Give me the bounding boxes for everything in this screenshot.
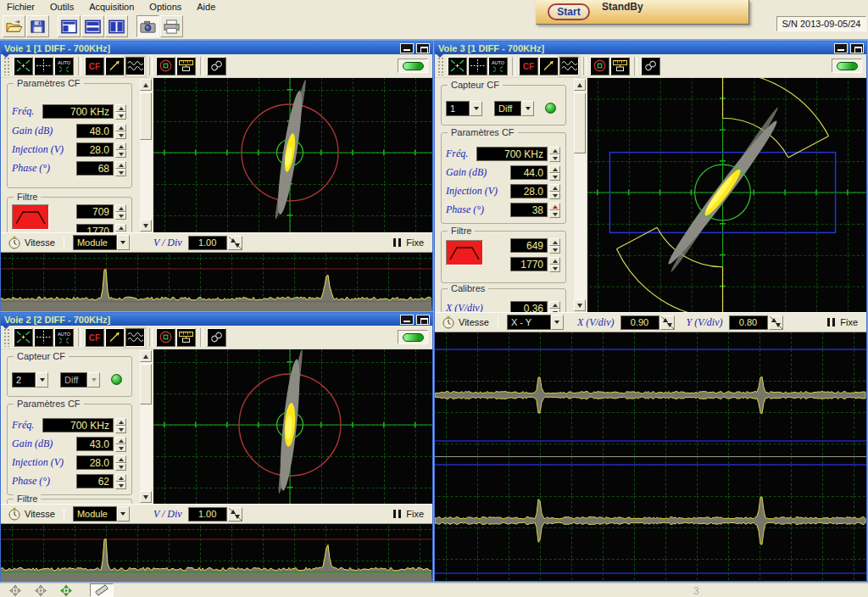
- scroll-up-arrow[interactable]: [140, 79, 152, 91]
- injection-spinner[interactable]: [115, 455, 126, 471]
- panel-scrollbar[interactable]: [140, 350, 152, 503]
- waveform-display-button[interactable]: [125, 328, 145, 347]
- auto-scale-button[interactable]: AUTO: [54, 328, 74, 347]
- freq-value[interactable]: 700 KHz: [42, 104, 114, 119]
- filter-high-value[interactable]: 1770: [510, 257, 548, 271]
- panel-scrollbar[interactable]: [574, 79, 586, 311]
- xdiv-spinner[interactable]: [660, 315, 675, 330]
- freq-spinner[interactable]: [549, 147, 560, 162]
- menu-fichier[interactable]: Fichier: [0, 1, 43, 14]
- ydiv-value[interactable]: 0.80: [729, 315, 768, 330]
- vdiv-value[interactable]: 1.00: [188, 236, 227, 250]
- layout-vertical-button[interactable]: [105, 15, 128, 37]
- gain-value[interactable]: 48.0: [76, 124, 114, 138]
- calibre-x-spinner[interactable]: [549, 301, 560, 312]
- threshold-gate-button[interactable]: [176, 328, 196, 347]
- phase-spinner[interactable]: [115, 161, 126, 176]
- restore-button[interactable]: [850, 43, 864, 53]
- layout-horizontal-button[interactable]: [81, 15, 104, 37]
- chevron-down-icon[interactable]: [117, 235, 130, 250]
- chevron-down-icon[interactable]: [117, 506, 130, 522]
- injection-value[interactable]: 28.0: [510, 184, 548, 198]
- phase-spinner[interactable]: [115, 474, 126, 489]
- toolbar-grip[interactable]: [3, 57, 10, 75]
- chevron-down-icon[interactable]: [87, 372, 100, 388]
- gain-spinner[interactable]: [115, 437, 126, 452]
- coupling-select-dropdown[interactable]: Diff: [60, 372, 100, 388]
- threshold-gate-button[interactable]: [176, 57, 196, 75]
- restore-button[interactable]: [416, 43, 430, 53]
- scroll-up-arrow[interactable]: [140, 350, 152, 362]
- chevron-down-icon[interactable]: [36, 372, 48, 388]
- menu-acquisition[interactable]: Acquisition: [82, 1, 142, 14]
- ydiv-spinner[interactable]: [769, 315, 783, 330]
- waveform-display-button[interactable]: [559, 57, 579, 75]
- phase-value[interactable]: 62: [76, 474, 114, 488]
- save-button[interactable]: [26, 15, 49, 37]
- filter-high-value[interactable]: 1770: [76, 224, 114, 232]
- active-marker-icon[interactable]: [59, 584, 73, 597]
- restore-button[interactable]: [416, 315, 430, 325]
- filter-low-value[interactable]: 709: [76, 204, 114, 219]
- freq-value[interactable]: 700 KHz: [42, 418, 114, 432]
- auto-scale-button[interactable]: AUTO: [488, 57, 508, 75]
- fixe-button[interactable]: Fixe: [393, 237, 424, 248]
- open-file-button[interactable]: [3, 15, 25, 37]
- zoom-fit-button[interactable]: [14, 328, 33, 347]
- injection-spinner[interactable]: [549, 184, 560, 199]
- cf-display-button[interactable]: CF: [85, 57, 104, 75]
- display-mode-dropdown[interactable]: X - Y: [507, 315, 564, 330]
- menu-options[interactable]: Options: [142, 1, 190, 14]
- start-button[interactable]: Start: [548, 3, 590, 20]
- center-grid-button[interactable]: [34, 57, 53, 75]
- print-button[interactable]: [160, 15, 183, 37]
- fixe-button[interactable]: Fixe: [393, 509, 424, 519]
- phase-value[interactable]: 38: [510, 203, 548, 217]
- minimize-button[interactable]: [834, 43, 848, 53]
- probe-select-dropdown[interactable]: 2: [12, 372, 48, 388]
- scroll-down-arrow[interactable]: [140, 220, 152, 232]
- circle-gate-button[interactable]: [590, 57, 609, 75]
- scrollbar-thumb[interactable]: [140, 364, 152, 405]
- probe-select-dropdown[interactable]: 1: [446, 101, 482, 116]
- menu-outils[interactable]: Outils: [43, 1, 82, 14]
- circle-gate-button[interactable]: [156, 57, 175, 75]
- toolbar-grip[interactable]: [437, 57, 444, 75]
- vector-display-button[interactable]: [539, 57, 559, 75]
- chevron-down-icon[interactable]: [521, 101, 534, 116]
- lissajous-button[interactable]: [207, 57, 226, 75]
- display-mode-dropdown[interactable]: Module: [73, 235, 130, 250]
- layout-left-pane-button[interactable]: [58, 15, 81, 37]
- zoom-fit-button[interactable]: [448, 57, 467, 75]
- center-grid-button[interactable]: [34, 328, 53, 347]
- gain-value[interactable]: 43.0: [76, 437, 114, 451]
- toolbar-grip[interactable]: [3, 328, 10, 347]
- cf-display-button[interactable]: CF: [85, 328, 104, 347]
- move-marker-icon[interactable]: [8, 584, 22, 597]
- panel-scrollbar[interactable]: [140, 79, 152, 232]
- vdiv-spinner[interactable]: [228, 507, 242, 522]
- lissajous-button[interactable]: [207, 328, 226, 347]
- lissajous-button[interactable]: [641, 57, 660, 75]
- vdiv-spinner[interactable]: [228, 236, 242, 250]
- minimize-button[interactable]: [400, 315, 414, 325]
- filter-low-spinner[interactable]: [115, 204, 126, 220]
- injection-value[interactable]: 28.0: [76, 455, 114, 470]
- chevron-down-icon[interactable]: [551, 315, 564, 330]
- waveform-display-button[interactable]: [125, 57, 145, 75]
- notes-tool-button[interactable]: [90, 583, 114, 597]
- threshold-gate-button[interactable]: [610, 57, 630, 75]
- cf-display-button[interactable]: CF: [519, 57, 538, 75]
- move-marker-icon[interactable]: [34, 584, 47, 597]
- filter-low-spinner[interactable]: [549, 238, 560, 254]
- vector-display-button[interactable]: [105, 57, 125, 75]
- coupling-select-dropdown[interactable]: Diff: [494, 101, 534, 116]
- filter-high-spinner[interactable]: [549, 257, 560, 272]
- scrollbar-thumb[interactable]: [574, 92, 586, 153]
- scroll-down-arrow[interactable]: [140, 491, 152, 503]
- injection-value[interactable]: 28.0: [76, 142, 114, 157]
- vdiv-value[interactable]: 1.00: [188, 507, 227, 522]
- fixe-button[interactable]: Fixe: [827, 317, 858, 327]
- freq-spinner[interactable]: [115, 104, 126, 120]
- scroll-up-arrow[interactable]: [574, 79, 586, 91]
